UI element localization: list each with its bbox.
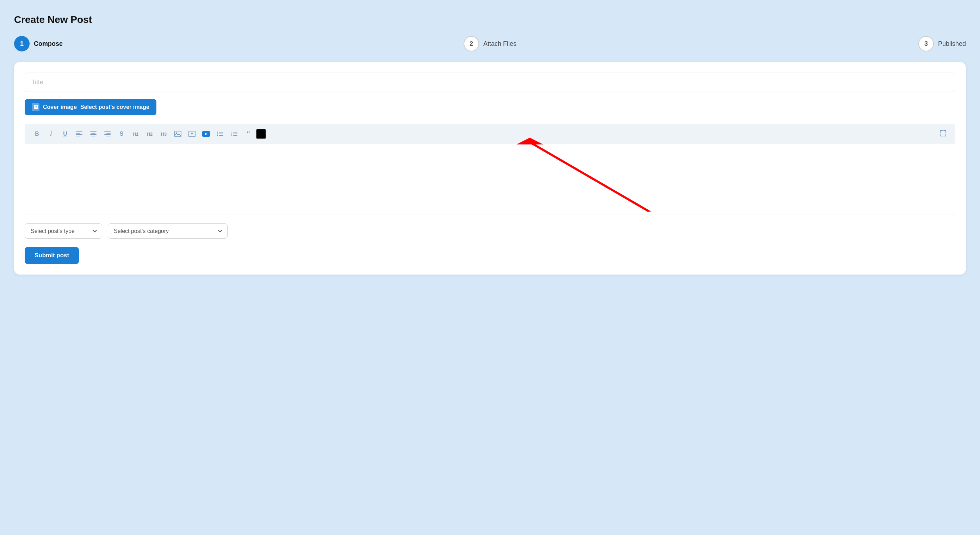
svg-rect-26 (233, 134, 237, 134)
svg-point-19 (217, 134, 218, 135)
svg-rect-24 (233, 132, 237, 132)
svg-rect-28 (233, 135, 237, 136)
svg-rect-9 (107, 133, 111, 134)
h1-button[interactable]: H1 (129, 127, 142, 140)
step-2-circle: 2 (464, 36, 479, 51)
image-button[interactable] (172, 127, 184, 140)
svg-rect-11 (107, 136, 111, 136)
bullet-list-button[interactable] (214, 127, 226, 140)
expand-button[interactable] (937, 128, 949, 140)
title-input[interactable] (25, 73, 955, 92)
cover-image-button[interactable]: 🖼 Cover image Select post's cover image (25, 99, 156, 115)
youtube-button[interactable] (200, 127, 212, 140)
svg-rect-10 (104, 134, 111, 135)
strikethrough-button[interactable]: S (115, 127, 128, 140)
svg-rect-7 (91, 136, 95, 136)
image-upload-button[interactable] (186, 127, 198, 140)
stepper: 1 Compose 2 Attach Files 3 Published (14, 36, 966, 51)
svg-rect-3 (76, 136, 80, 136)
blockquote-button[interactable]: " (242, 127, 255, 140)
svg-point-17 (217, 132, 218, 133)
cover-image-icon: 🖼 (32, 103, 40, 111)
bold-button[interactable]: B (31, 127, 43, 140)
svg-point-21 (217, 135, 218, 136)
align-left-button[interactable] (73, 127, 86, 140)
step-1[interactable]: 1 Compose (14, 36, 331, 51)
svg-rect-0 (76, 131, 83, 132)
cover-image-btn-text: Select post's cover image (80, 104, 150, 110)
cover-image-label: Cover image (43, 104, 77, 110)
underline-button[interactable]: U (59, 127, 72, 140)
align-right-button[interactable] (101, 127, 114, 140)
svg-rect-4 (90, 131, 97, 132)
step-3-label: Published (938, 40, 966, 48)
form-card: 🖼 Cover image Select post's cover image … (14, 62, 966, 275)
submit-post-button[interactable]: Submit post (25, 247, 79, 264)
h2-button[interactable]: H2 (143, 127, 156, 140)
svg-rect-22 (219, 135, 223, 136)
step-3-circle: 3 (918, 36, 934, 51)
italic-button[interactable]: i (45, 127, 57, 140)
svg-rect-5 (91, 133, 95, 134)
svg-rect-20 (219, 134, 223, 134)
svg-rect-6 (90, 134, 97, 135)
svg-text:3.: 3. (231, 135, 233, 136)
post-type-dropdown[interactable]: Select post's type Article Video Podcast… (25, 223, 102, 239)
editor-container: B i U S H1 H2 H3 (25, 124, 955, 215)
svg-rect-8 (104, 131, 111, 132)
svg-rect-18 (219, 132, 223, 132)
editor-body[interactable] (25, 144, 955, 215)
svg-rect-1 (76, 133, 80, 134)
ordered-list-button[interactable]: 1. 2. 3. (228, 127, 240, 140)
page-title: Create New Post (14, 14, 966, 25)
post-category-dropdown[interactable]: Select post's category Technology Busine… (108, 223, 228, 239)
step-2[interactable]: 2 Attach Files (331, 36, 649, 51)
h3-button[interactable]: H3 (158, 127, 170, 140)
step-1-circle: 1 (14, 36, 30, 51)
align-center-button[interactable] (87, 127, 100, 140)
step-3[interactable]: 3 Published (649, 36, 966, 51)
step-2-label: Attach Files (483, 40, 516, 48)
color-picker[interactable] (256, 129, 266, 139)
step-1-label: Compose (34, 40, 63, 48)
editor-toolbar: B i U S H1 H2 H3 (25, 124, 955, 144)
svg-rect-2 (76, 134, 83, 135)
bottom-row: Select post's type Article Video Podcast… (25, 223, 955, 239)
